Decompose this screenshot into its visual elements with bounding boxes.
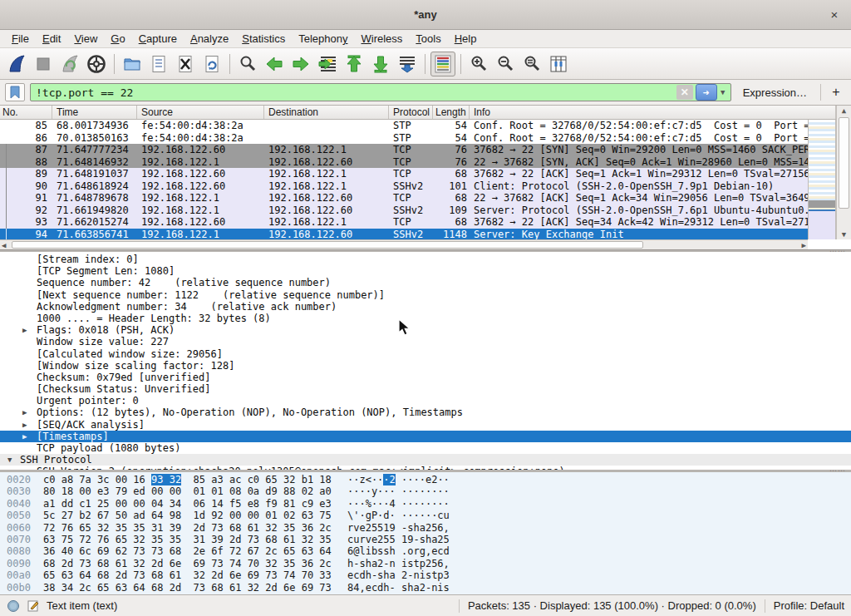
detail-line[interactable]: ▶[SEQ/ACK analysis] [0, 419, 851, 431]
go-last-packet-button[interactable] [368, 52, 393, 76]
capture-restart-button[interactable] [57, 52, 82, 76]
packet-row[interactable]: 9171.648789678192.168.122.1192.168.122.6… [0, 192, 808, 205]
detail-line[interactable]: [Calculated window size: 29056] [0, 348, 851, 360]
packet-row[interactable]: 8568.001734936fe:54:00:d4:38:2aSTP54Conf… [0, 120, 808, 132]
resize-columns-button[interactable] [546, 52, 571, 76]
zoom-in-button[interactable] [466, 52, 491, 76]
hex-row[interactable]: 008036 40 6c 69 62 73 73 68 2e 6f 72 67 … [0, 545, 851, 557]
window-close-button[interactable]: × [826, 7, 843, 23]
scroll-up-icon[interactable]: ▲ [842, 106, 846, 116]
hex-row[interactable]: 00505c 27 b2 67 50 ad 64 98 1d 92 00 00 … [0, 510, 851, 521]
file-save-button[interactable] [146, 52, 171, 76]
column-header-source[interactable]: Source [137, 106, 264, 119]
detail-line[interactable]: Window size value: 227 [0, 336, 851, 347]
detail-line[interactable]: [Window size scaling factor: 128] [0, 360, 851, 372]
detail-line[interactable]: ▶Flags: 0x018 (PSH, ACK) [0, 324, 851, 336]
file-reload-button[interactable] [199, 52, 224, 76]
hex-row[interactable]: 00a065 63 64 68 2d 73 68 61 32 2d 6e 69 … [0, 569, 851, 581]
add-filter-button[interactable]: + [826, 85, 846, 100]
vertical-scroll-thumb[interactable] [839, 117, 849, 209]
autoscroll-button[interactable] [395, 52, 420, 76]
menu-view[interactable]: View [67, 31, 104, 47]
go-first-packet-button[interactable] [342, 52, 366, 76]
detail-line[interactable]: [Next sequence number: 1122 (relative se… [0, 289, 851, 301]
pane-splitter-bottom[interactable]: ⋯⋯ [0, 470, 851, 471]
packet-list-vertical-scrollbar[interactable]: ▲ ▼ [836, 106, 851, 239]
packet-row[interactable]: 9471.663856741192.168.122.1192.168.122.6… [0, 229, 808, 241]
capture-options-button[interactable] [84, 52, 109, 76]
column-header-destination[interactable]: Destination [264, 106, 389, 119]
hex-row[interactable]: 006072 76 65 32 35 35 31 39 2d 73 68 61 … [0, 522, 851, 534]
packet-row[interactable]: 9071.648618924192.168.122.60192.168.122.… [0, 180, 808, 193]
detail-line[interactable]: ▼SSH Protocol [0, 454, 851, 466]
collapsed-arrow-icon[interactable]: ▶ [22, 407, 27, 418]
detail-line[interactable]: Sequence number: 42 (relative sequence n… [0, 277, 851, 288]
hex-row[interactable]: 00b038 34 2c 65 63 64 68 2d 73 68 61 32 … [0, 582, 851, 594]
packet-row[interactable]: 8971.648191037192.168.122.60192.168.122.… [0, 168, 808, 180]
file-open-button[interactable] [120, 52, 145, 76]
detail-line[interactable]: [Stream index: 0] [0, 254, 851, 265]
packet-row[interactable]: 8771.647777234192.168.122.60192.168.122.… [0, 144, 808, 156]
profile-label[interactable]: Profile: Default [774, 599, 844, 612]
hex-row[interactable]: 007063 75 72 76 65 32 35 35 31 39 2d 73 … [0, 534, 851, 545]
menu-telephony[interactable]: Telephony [292, 31, 354, 47]
column-header-info[interactable]: Info [470, 106, 836, 119]
packet-list-horizontal-scrollbar[interactable]: ◀ ▶ [0, 239, 808, 249]
menu-file[interactable]: File [5, 31, 36, 47]
scroll-down-icon[interactable]: ▼ [842, 229, 846, 239]
capture-comment-icon[interactable] [27, 599, 40, 613]
detail-line[interactable]: [Checksum Status: Unverified] [0, 383, 851, 395]
menu-capture[interactable]: Capture [132, 31, 184, 47]
detail-line[interactable]: Urgent pointer: 0 [0, 395, 851, 407]
file-close-button[interactable] [173, 52, 198, 76]
colorize-button[interactable] [430, 52, 455, 76]
menu-tools[interactable]: Tools [409, 31, 447, 47]
capture-start-button[interactable] [4, 52, 29, 76]
nav-back-button[interactable] [262, 52, 287, 76]
packet-row[interactable]: 8871.648146932192.168.122.1192.168.122.6… [0, 156, 808, 169]
zoom-reset-button[interactable] [519, 52, 544, 76]
packet-row[interactable]: 9271.661949820192.168.122.1192.168.122.6… [0, 205, 808, 217]
expanded-arrow-icon[interactable]: ▼ [7, 454, 12, 466]
menu-go[interactable]: Go [104, 31, 131, 47]
menu-wireless[interactable]: Wireless [355, 31, 410, 47]
detail-line[interactable]: Acknowledgment number: 34 (relative ack … [0, 301, 851, 313]
nav-forward-button[interactable] [288, 52, 313, 76]
scroll-left-icon[interactable]: ◀ [2, 240, 6, 250]
expression-button[interactable]: Expression… [736, 86, 815, 99]
find-packet-button[interactable] [235, 52, 260, 76]
detail-line[interactable]: TCP payload (1080 bytes) [0, 442, 851, 454]
collapsed-arrow-icon[interactable]: ▶ [22, 419, 27, 431]
hex-row[interactable]: 0020c0 a8 7a 3c 00 16 93 32 85 a3 ac c0 … [0, 474, 851, 485]
display-filter-input[interactable]: !tcp.port == 22 ✕ ➜ ▼ [30, 83, 731, 101]
menu-help[interactable]: Help [448, 31, 484, 47]
menu-edit[interactable]: Edit [36, 31, 67, 47]
column-header-length[interactable]: Length [433, 106, 470, 119]
hex-row[interactable]: 0040a1 dd c1 25 00 00 04 34 06 14 f5 e8 … [0, 498, 851, 510]
filter-dropdown-caret[interactable]: ▼ [717, 88, 729, 96]
scroll-right-icon[interactable]: ▶ [802, 240, 806, 250]
detail-line[interactable]: [TCP Segment Len: 1080] [0, 265, 851, 277]
detail-line[interactable]: ▶[Timestamps] [0, 431, 851, 442]
detail-line[interactable]: 1000 .... = Header Length: 32 bytes (8) [0, 313, 851, 324]
filter-clear-icon[interactable]: ✕ [676, 85, 693, 100]
collapsed-arrow-icon[interactable]: ▶ [22, 431, 27, 442]
filter-bookmark-button[interactable] [5, 83, 25, 101]
filter-apply-button[interactable]: ➜ [696, 84, 717, 101]
hex-row[interactable]: 003080 18 00 e3 79 ed 00 00 01 01 08 0a … [0, 485, 851, 497]
hex-row[interactable]: 009068 2d 73 68 61 32 2d 6e 69 73 74 70 … [0, 558, 851, 569]
column-header-no[interactable]: No. [0, 106, 52, 119]
goto-packet-button[interactable] [315, 52, 340, 76]
title-bar[interactable]: *any × [0, 0, 851, 30]
zoom-out-button[interactable] [493, 52, 518, 76]
packet-row[interactable]: 9371.662015274192.168.122.60192.168.122.… [0, 216, 808, 229]
packet-row[interactable]: 8670.013850163fe:54:00:d4:38:2aSTP54Conf… [0, 132, 808, 145]
capture-stop-button[interactable] [31, 52, 56, 76]
detail-line[interactable]: ▶Options: (12 bytes), No-Operation (NOP)… [0, 407, 851, 418]
horizontal-scroll-thumb[interactable] [12, 241, 643, 249]
expert-info-icon[interactable] [7, 599, 20, 613]
menu-statistics[interactable]: Statistics [235, 31, 292, 47]
column-header-time[interactable]: Time [52, 106, 137, 119]
column-header-protocol[interactable]: Protocol [389, 106, 433, 119]
menu-analyze[interactable]: Analyze [184, 31, 235, 47]
